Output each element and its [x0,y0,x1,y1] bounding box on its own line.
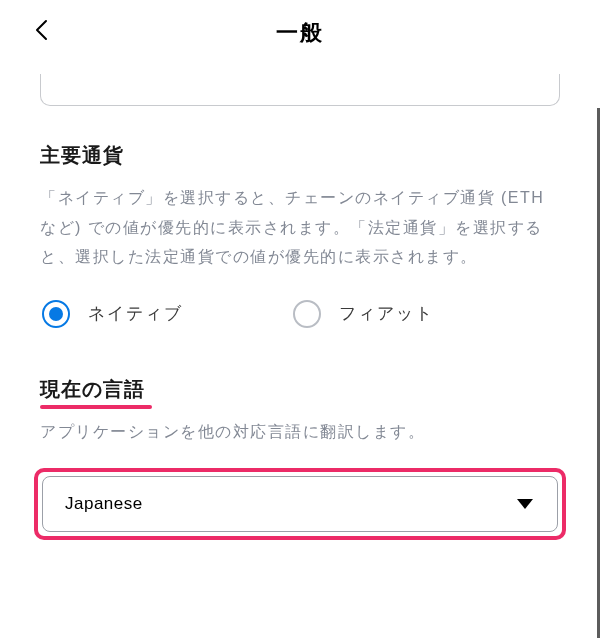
language-section: 現在の言語 アプリケーションを他の対応言語に翻訳します。 [0,338,600,447]
primary-currency-radio-group: ネイティブ フィアット [40,300,560,328]
header: 一般 [0,0,600,64]
radio-indicator [42,300,70,328]
radio-indicator [293,300,321,328]
language-dropdown[interactable]: Japanese [42,476,558,532]
language-dropdown-value: Japanese [65,494,143,514]
chevron-down-icon [517,499,533,509]
highlight-underline [40,405,152,409]
previous-setting-box [40,74,560,106]
language-dropdown-highlight: Japanese [34,468,566,540]
primary-currency-description: 「ネイティブ」を選択すると、チェーンのネイティブ通貨 (ETHなど) での値が優… [40,183,560,272]
page-title: 一般 [276,18,324,48]
primary-currency-title: 主要通貨 [40,142,560,169]
language-description: アプリケーションを他の対応言語に翻訳します。 [40,417,560,447]
radio-inner-dot [49,307,63,321]
language-title: 現在の言語 [40,376,145,403]
back-button[interactable] [28,16,56,44]
radio-option-native[interactable]: ネイティブ [42,300,183,328]
radio-option-fiat[interactable]: フィアット [293,300,434,328]
language-title-wrap: 現在の言語 [40,376,145,403]
chevron-left-icon [33,18,51,42]
radio-label-fiat: フィアット [339,302,434,325]
primary-currency-section: 主要通貨 「ネイティブ」を選択すると、チェーンのネイティブ通貨 (ETHなど) … [0,142,600,328]
radio-label-native: ネイティブ [88,302,183,325]
